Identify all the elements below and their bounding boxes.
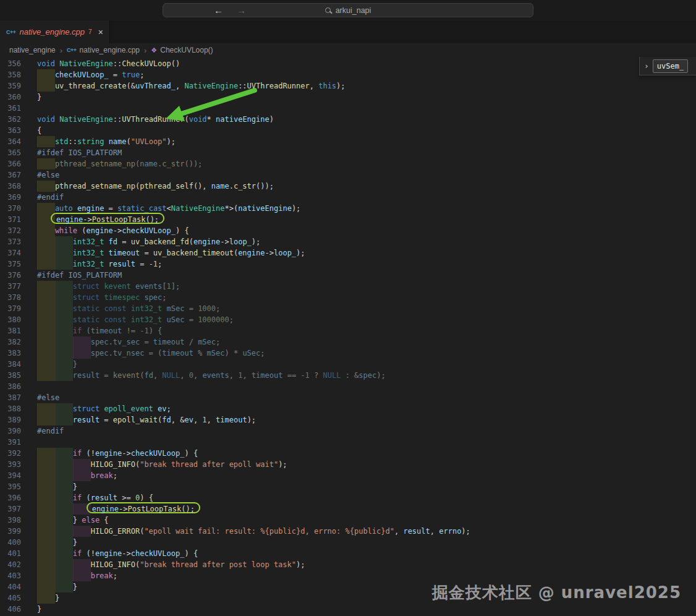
breadcrumb-item[interactable]: native_engine (9, 46, 56, 54)
code-line[interactable]: 374int32_t timeout = uv_backend_timeout(… (0, 247, 696, 259)
close-icon[interactable]: × (98, 28, 103, 36)
code-token[interactable]: static_cast (117, 204, 166, 213)
code-token[interactable]: while (55, 226, 77, 235)
code-line[interactable]: 391 (0, 437, 696, 448)
code-token[interactable]: , (153, 371, 162, 380)
code-token[interactable]: pthread_setname_np (55, 182, 135, 190)
code-line[interactable]: 360} (0, 92, 696, 103)
code-token[interactable]: ); (278, 460, 287, 469)
code-token[interactable]: ( (127, 137, 131, 146)
code-token[interactable]: uSec (242, 349, 260, 357)
code-line[interactable]: 387#else (0, 392, 696, 403)
code-token[interactable]: engine (92, 505, 119, 513)
code-token[interactable]: () (171, 59, 180, 68)
code-token[interactable]: ; (162, 293, 166, 302)
code-token[interactable]: engine (56, 215, 83, 224)
code-token[interactable]: ) (269, 115, 274, 124)
code-line-text[interactable]: } (37, 604, 696, 615)
code-line[interactable]: 406} (0, 604, 696, 615)
code-token[interactable]: PostLoopTask (92, 215, 146, 224)
code-line[interactable]: 363{ (0, 125, 696, 136)
code-token[interactable] (127, 315, 131, 324)
code-token[interactable]: "break thread after post loop task" (140, 560, 296, 569)
code-token[interactable]: . (109, 338, 113, 346)
line-number[interactable]: 356 (0, 58, 21, 69)
code-token[interactable]: ? (310, 371, 323, 380)
code-token[interactable]: std (55, 137, 69, 146)
code-line[interactable]: 393HILOG_INFO("break thread after epoll … (0, 459, 696, 470)
line-number[interactable]: 405 (0, 592, 21, 604)
code-line-text[interactable]: struct timespec spec; (37, 292, 696, 303)
code-token[interactable]: engine (77, 204, 104, 213)
code-token[interactable]: ); (247, 416, 256, 424)
code-token[interactable]: HILOG_ERROR (91, 527, 140, 536)
code-token[interactable]: } (55, 594, 59, 602)
code-line-text[interactable]: int32_t timeout = uv_backend_timeout(eng… (37, 247, 696, 259)
line-number[interactable]: 360 (0, 92, 21, 103)
code-token[interactable]: : & (341, 371, 359, 380)
code-line[interactable]: 392if (!engine->checkUVLoop_) { (0, 448, 696, 459)
code-token[interactable]: int32_t (131, 315, 163, 324)
code-token[interactable]: UVThreadRunner (247, 82, 310, 90)
code-token[interactable]: , (229, 371, 238, 380)
code-line-text[interactable]: #else (37, 392, 696, 403)
line-number[interactable]: 393 (0, 459, 21, 470)
code-line-text[interactable]: #else (37, 169, 696, 181)
code-token[interactable] (104, 249, 108, 257)
code-line-text[interactable]: #endif (37, 426, 696, 437)
code-line[interactable]: 384} (0, 359, 696, 370)
code-token[interactable]: #endif (37, 427, 64, 435)
code-token[interactable]: ) { (176, 226, 189, 235)
code-token[interactable]: :: (113, 115, 122, 124)
find-input[interactable]: uvSem_ (653, 59, 688, 73)
line-number[interactable]: 368 (0, 181, 21, 192)
code-token[interactable]: HILOG_INFO (91, 560, 135, 569)
code-token[interactable]: = (100, 416, 113, 424)
code-line[interactable]: 371engine->PostLoopTask(); (0, 214, 696, 225)
code-line[interactable]: 402HILOG_INFO("break thread after post l… (0, 559, 696, 570)
code-token[interactable]: events (202, 371, 229, 380)
code-line[interactable]: 372while (engine->checkUVLoop_) { (0, 225, 696, 236)
code-token[interactable]: int32_t (73, 237, 104, 246)
code-line-text[interactable]: result = epoll_wait(fd, &ev, 1, timeout)… (37, 414, 696, 426)
code-token[interactable]: ( (82, 327, 90, 335)
line-number[interactable]: 376 (0, 270, 21, 281)
code-token[interactable]: < (167, 204, 171, 213)
code-line[interactable]: 361 (0, 103, 696, 114)
code-token[interactable]: , (310, 82, 318, 90)
code-token[interactable]: name (211, 182, 229, 190)
code-token[interactable]: , (207, 416, 216, 424)
line-number[interactable]: 365 (0, 147, 21, 158)
code-token[interactable]: ; (158, 260, 162, 268)
code-token[interactable]: = ( (144, 349, 162, 357)
code-token[interactable]: ); (296, 249, 305, 257)
code-token[interactable]: ); (461, 527, 470, 536)
code-token[interactable]: -> (83, 215, 91, 224)
line-number[interactable]: 386 (0, 381, 21, 392)
code-token[interactable]: loop_ (274, 249, 296, 257)
code-token[interactable]: -1 (300, 371, 309, 380)
code-token[interactable]: != (122, 327, 140, 335)
tab-native-engine-cpp[interactable]: C++ native_engine.cpp 7 × (0, 20, 110, 43)
code-token[interactable]: errno (439, 527, 461, 536)
code-token[interactable]: this (318, 82, 336, 90)
code-token[interactable]: name (140, 160, 158, 168)
code-line[interactable]: 377struct kevent events[1]; (0, 281, 696, 292)
code-token[interactable]: ; (140, 71, 144, 79)
code-token[interactable]: ; (229, 315, 234, 324)
code-token[interactable]: (), (193, 182, 211, 190)
code-token[interactable]: { (100, 516, 108, 524)
code-token[interactable]: timeout (162, 349, 193, 357)
code-token[interactable]: break (91, 471, 113, 480)
code-token[interactable]: epoll_wait (113, 416, 158, 424)
code-token[interactable]: int32_t (131, 304, 163, 313)
code-token[interactable]: [ (162, 282, 166, 291)
code-token[interactable]: -> (122, 549, 130, 558)
line-number[interactable]: 402 (0, 559, 21, 570)
code-line-text[interactable]: if (!engine->checkUVLoop_) { (37, 448, 696, 459)
code-token[interactable]: -1 (149, 260, 158, 268)
code-line-text[interactable]: void NativeEngine::UVThreadRunner(void* … (37, 114, 696, 125)
code-token[interactable]: = (117, 237, 131, 246)
code-token[interactable]: if (73, 327, 82, 335)
code-token[interactable]: kevent (113, 371, 140, 380)
